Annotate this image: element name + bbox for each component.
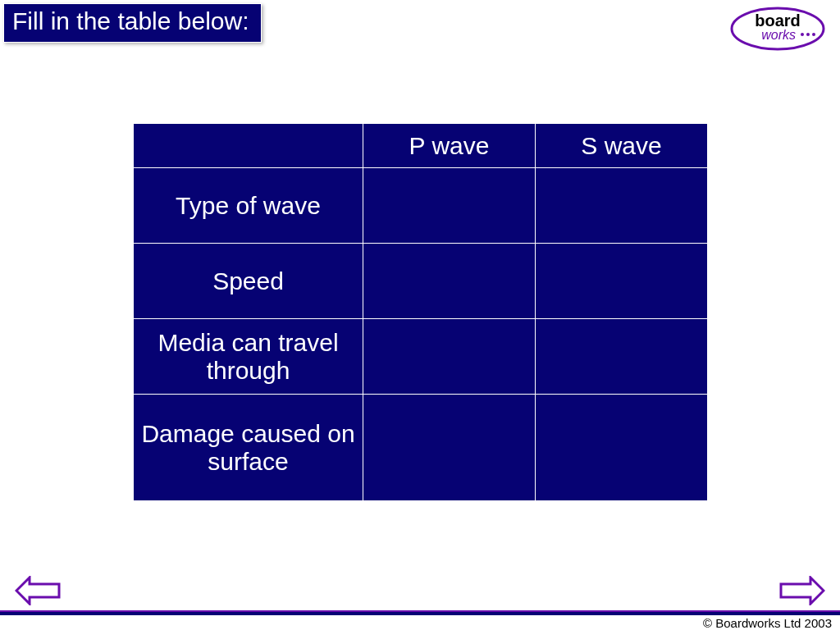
header-s-wave: S wave <box>536 124 708 168</box>
table-row: Type of wave <box>134 168 708 244</box>
cell-speed-s[interactable] <box>536 244 708 319</box>
svg-point-3 <box>812 33 815 36</box>
cell-speed-p[interactable] <box>363 244 536 319</box>
wave-table: P wave S wave Type of wave Speed Media c… <box>133 123 707 501</box>
slide-title-box: Fill in the table below: <box>3 3 262 43</box>
logo-top-text: board <box>755 11 801 30</box>
next-arrow-button[interactable] <box>779 576 825 605</box>
slide-title: Fill in the table below: <box>12 7 249 34</box>
table-row: Speed <box>134 244 708 319</box>
prev-arrow-button[interactable] <box>15 576 61 605</box>
header-blank <box>134 124 363 168</box>
cell-media-s[interactable] <box>536 319 708 395</box>
table-row: Damage caused on surface <box>134 395 708 501</box>
header-p-wave: P wave <box>363 124 536 168</box>
copyright-text: © Boardworks Ltd 2003 <box>703 616 832 630</box>
boardworks-logo: board works <box>728 5 827 52</box>
logo-bottom-text: works <box>761 28 796 42</box>
cell-type-p[interactable] <box>363 168 536 244</box>
svg-point-1 <box>801 33 804 36</box>
table-row: Media can travel through <box>134 319 708 395</box>
row-label-damage: Damage caused on surface <box>134 395 363 501</box>
cell-type-s[interactable] <box>536 168 708 244</box>
row-label-media: Media can travel through <box>134 319 363 395</box>
svg-point-2 <box>806 33 810 36</box>
row-label-speed: Speed <box>134 244 363 319</box>
footer-divider <box>0 610 840 615</box>
cell-damage-s[interactable] <box>536 395 708 501</box>
table-header-row: P wave S wave <box>134 124 708 168</box>
row-label-type: Type of wave <box>134 168 363 244</box>
cell-media-p[interactable] <box>363 319 536 395</box>
cell-damage-p[interactable] <box>363 395 536 501</box>
